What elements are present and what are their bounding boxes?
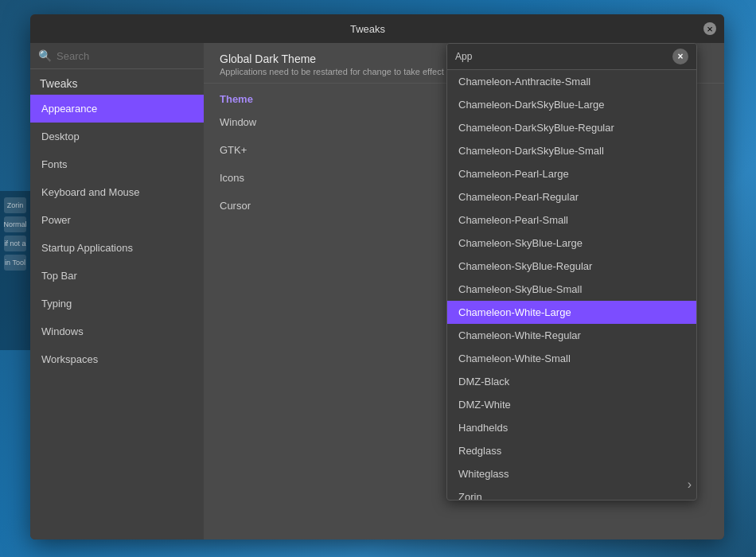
dropdown-item-dmz-black[interactable]: DMZ-Black [447,370,696,393]
sidebar-nav: AppearanceDesktopFontsKeyboard and Mouse… [30,95,204,373]
window-title: Tweaks [38,23,697,35]
sidebar-item-power[interactable]: Power [30,206,204,234]
taskbar-item-1: Zorin [4,197,26,213]
sidebar-item-windows[interactable]: Windows [30,317,204,345]
taskbar-item-2: Normal [4,216,26,232]
dropdown-item-chameleon-skyblue-small[interactable]: Chameleon-SkyBlue-Small [447,278,696,301]
sidebar-item-typing[interactable]: Typing [30,290,204,317]
sidebar-item-workspaces[interactable]: Workspaces [30,345,204,373]
dropdown-item-whiteglass[interactable]: Whiteglass [447,462,696,485]
sidebar: 🔍 Tweaks AppearanceDesktopFontsKeyboard … [30,43,204,539]
panel-row-window: Window [204,108,724,136]
main-panel: Global Dark Theme Applications need to b… [204,43,724,539]
taskbar-item-4: in Tool [4,255,26,271]
panel-row-label-gtksplus: GTK+ [220,144,247,156]
panel-row-label-cursor: Cursor [220,200,251,212]
dropdown-item-chameleon-white-regular[interactable]: Chameleon-White-Regular [447,324,696,347]
panel-theme-section: Theme [204,84,724,108]
dropdown-item-handhelds[interactable]: Handhelds [447,416,696,439]
panel-row-label-window: Window [220,116,256,128]
sidebar-search-bar[interactable]: 🔍 [30,43,204,69]
panel-rows: WindowGTK+IconsCursor [204,108,724,220]
sidebar-title: Tweaks [30,69,204,95]
sidebar-item-fonts[interactable]: Fonts [30,150,204,178]
search-icon: 🔍 [38,49,52,62]
sidebar-item-appearance[interactable]: Appearance [30,95,204,123]
search-input[interactable] [57,50,196,62]
panel-row-label-icons: Icons [220,172,244,184]
dropdown-item-chameleon-white-large[interactable]: Chameleon-White-Large [447,301,696,324]
dropdown-item-zorin[interactable]: Zorin [447,485,696,500]
bg-taskbar: Zorin Normal if not a in Tool [0,191,30,350]
dropdown-item-chameleon-skyblue-large[interactable]: Chameleon-SkyBlue-Large [447,232,696,255]
dropdown-item-chameleon-skyblue-regular[interactable]: Chameleon-SkyBlue-Regular [447,255,696,278]
sidebar-item-desktop[interactable]: Desktop [30,123,204,150]
dropdown-item-chameleon-white-small[interactable]: Chameleon-White-Small [447,347,696,370]
content-area: 🔍 Tweaks AppearanceDesktopFontsKeyboard … [30,43,724,539]
panel-subtitle: Applications need to be restarted for ch… [220,67,708,76]
dropdown-item-redglass[interactable]: Redglass [447,439,696,462]
panel-header: Global Dark Theme Applications need to b… [204,43,724,84]
sidebar-item-keyboard-mouse[interactable]: Keyboard and Mouse [30,178,204,206]
panel-row-gtksplus: GTK+ [204,136,724,164]
title-bar: Tweaks × [30,14,724,43]
sidebar-item-startup-apps[interactable]: Startup Applications [30,234,204,262]
main-window: Tweaks × 🔍 Tweaks AppearanceDesktopFonts… [30,14,724,539]
taskbar-item-3: if not a [4,236,26,251]
window-close-button[interactable]: × [703,22,716,35]
dropdown-scroll-arrow: › [688,477,692,492]
sidebar-item-top-bar[interactable]: Top Bar [30,262,204,290]
dropdown-item-dmz-white[interactable]: DMZ-White [447,393,696,416]
panel-row-icons: Icons [204,164,724,192]
panel-row-cursor: Cursor [204,192,724,220]
panel-global-dark-theme: Global Dark Theme [220,53,708,65]
